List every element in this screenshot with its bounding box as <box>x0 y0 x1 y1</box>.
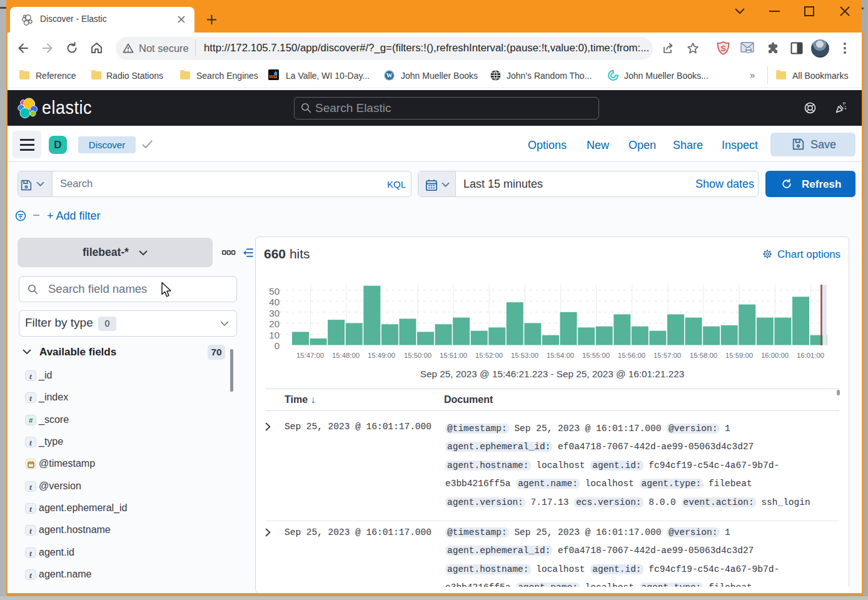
svg-text:W: W <box>386 72 393 79</box>
svg-text:S: S <box>720 44 726 53</box>
